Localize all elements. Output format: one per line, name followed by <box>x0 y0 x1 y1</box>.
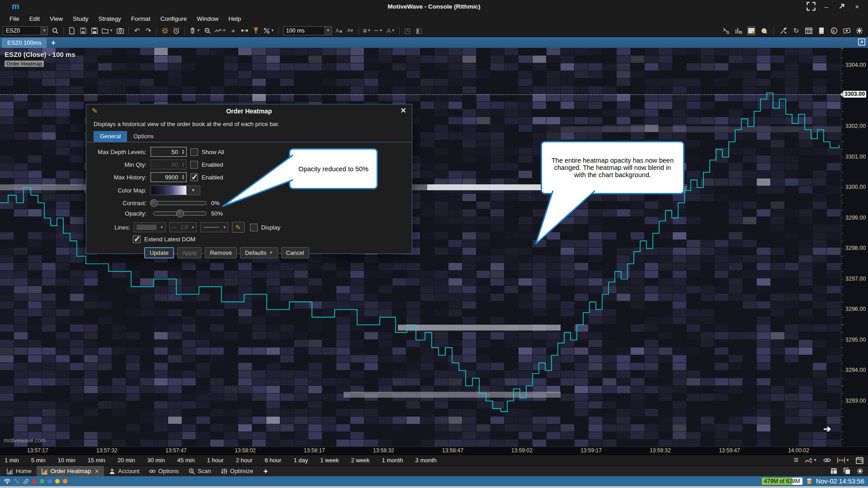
max-history-spinner[interactable]: 9900 ▲▼ <box>151 172 187 182</box>
menu-item[interactable]: Strategy <box>94 15 126 22</box>
chevron-down-icon[interactable]: ▼ <box>325 27 331 35</box>
timeframe-button[interactable]: 15 min <box>88 457 105 464</box>
shape-style-icon[interactable] <box>760 26 768 35</box>
screenshot-icon[interactable] <box>116 26 124 35</box>
menu-item[interactable]: File <box>5 15 24 22</box>
bar-width-icon[interactable]: ▼ <box>837 456 849 464</box>
display-checkbox[interactable] <box>250 224 258 231</box>
chart-area[interactable]: ESZ0 (Close) - 100 ms Order Heatmap moti… <box>0 48 868 446</box>
menu-item[interactable]: View <box>45 15 68 22</box>
add-page-button[interactable]: + <box>258 466 273 476</box>
menu-item[interactable]: Study <box>68 15 94 22</box>
defaults-button[interactable]: Defaults▼ <box>240 247 278 258</box>
dialog-close-icon[interactable]: ✕ <box>401 106 406 115</box>
pan-tool-icon[interactable]: ▼ <box>189 26 200 35</box>
edit-line-button[interactable]: ✎ <box>232 222 245 233</box>
save-all-icon[interactable] <box>90 26 99 35</box>
timeframe-button[interactable]: 5 min <box>31 457 46 464</box>
cash-icon[interactable] <box>843 26 851 35</box>
line-style-dropdown[interactable]: ▼ <box>200 222 228 232</box>
chevron-down-icon[interactable]: ▼ <box>187 185 200 195</box>
minimize-button[interactable]: – <box>822 2 831 11</box>
symbol-selector[interactable]: ESZ0 ▼ <box>3 26 48 35</box>
time-axis[interactable]: 13:57:1713:57:3213:57:4713:58:0213:58:17… <box>0 446 868 455</box>
visibility-eye-icon[interactable] <box>823 456 831 464</box>
timeframe-button[interactable]: 1 month <box>382 457 403 464</box>
color-map-swatch[interactable] <box>151 185 187 195</box>
new-chart-icon[interactable] <box>68 26 76 35</box>
line-color-dropdown[interactable]: ▼ <box>134 222 165 232</box>
tab-account[interactable]: Account <box>104 466 144 476</box>
save-icon[interactable] <box>79 26 87 35</box>
timeframe-button[interactable]: 1 day <box>293 457 308 464</box>
menu-item[interactable]: Configure <box>156 15 192 22</box>
max-history-enabled-checkbox[interactable] <box>190 174 198 181</box>
calendar-icon[interactable] <box>856 456 863 464</box>
ledger-icon[interactable] <box>817 26 826 35</box>
remove-button[interactable]: Remove <box>205 247 236 258</box>
show-all-checkbox[interactable] <box>190 148 198 156</box>
period-selector[interactable]: 100 ms ▼ <box>283 26 332 35</box>
time-sales-icon[interactable]: $ <box>830 26 838 35</box>
tab-options[interactable]: Options <box>127 131 160 142</box>
timeframe-button[interactable]: 1 week <box>320 457 339 464</box>
columns-icon[interactable] <box>805 26 813 35</box>
opacity-slider[interactable] <box>153 211 207 216</box>
marker-icon[interactable]: ◳ <box>404 26 412 35</box>
redo-icon[interactable]: ↷ <box>144 26 152 35</box>
trash-icon[interactable] <box>807 478 812 484</box>
auto-scale-icon[interactable] <box>252 26 260 35</box>
fullscreen-icon[interactable] <box>807 2 816 11</box>
tab-scan[interactable]: Scan <box>184 466 216 476</box>
study-badge[interactable]: Order Heatmap <box>5 61 44 67</box>
max-depth-spinner[interactable]: 50 ▲▼ <box>151 147 187 157</box>
opacity-slider-knob[interactable] <box>176 210 184 217</box>
timeframe-button[interactable]: 30 min <box>147 457 165 464</box>
reload-icon[interactable]: ↻ <box>792 26 800 35</box>
timeframe-button[interactable]: 45 min <box>177 457 195 464</box>
menu-item[interactable]: Edit <box>24 15 45 22</box>
font-color-icon[interactable]: A▼ <box>387 26 395 35</box>
contrast-slider-knob[interactable] <box>150 199 158 207</box>
tab-options[interactable]: Options <box>144 466 184 476</box>
chart-menu-icon[interactable]: ≡ <box>794 455 799 465</box>
line-width-icon[interactable]: ≡▼ <box>363 26 371 35</box>
copy-page-icon[interactable] <box>844 468 850 474</box>
restore-button[interactable] <box>837 2 846 11</box>
link-cursor-icon[interactable] <box>722 26 730 35</box>
chevron-down-icon[interactable]: ▼ <box>41 27 47 35</box>
studies-icon[interactable] <box>161 26 169 35</box>
timeframe-button[interactable]: 10 min <box>58 457 75 464</box>
layout-icon[interactable] <box>830 468 837 474</box>
search-icon[interactable] <box>51 26 59 35</box>
timeframe-button[interactable]: 6 hour <box>265 457 282 464</box>
link-charts-icon[interactable] <box>735 26 743 35</box>
timeframe-button[interactable]: 1 hour <box>207 457 224 464</box>
line-style-icon[interactable]: ┄▼ <box>374 26 383 35</box>
contrast-slider[interactable] <box>153 201 207 205</box>
add-chart-tab-button[interactable]: + <box>47 39 60 48</box>
alerts-icon[interactable] <box>172 26 180 35</box>
dialog-header[interactable]: ✎ Order Heatmap ✕ <box>86 104 412 118</box>
fill-color-icon[interactable]: ◧ <box>415 26 423 35</box>
tab-order-heatmap[interactable]: Order Heatmap ✕ <box>37 466 104 476</box>
font-decrease-icon[interactable]: A▾ <box>346 26 354 35</box>
tools-icon[interactable] <box>779 26 788 35</box>
undo-icon[interactable]: ↶ <box>133 26 141 35</box>
cancel-button[interactable]: Cancel <box>281 247 309 258</box>
drawing-tools-icon[interactable]: ▼ <box>215 26 226 35</box>
page-settings-gear-icon[interactable] <box>857 468 863 474</box>
jump-to-latest-button[interactable]: ➔ <box>820 423 835 435</box>
extend-dom-checkbox[interactable] <box>133 235 141 243</box>
timeframe-button[interactable]: 20 min <box>118 457 135 464</box>
menu-item[interactable]: Window <box>192 15 223 22</box>
apply-button[interactable]: Apply <box>177 247 202 258</box>
bar-spacing-icon[interactable] <box>241 26 249 35</box>
tab-general[interactable]: General <box>94 131 127 142</box>
timeframe-button[interactable]: 3 month <box>415 457 437 464</box>
spinner-arrows-icon[interactable]: ▲▼ <box>180 174 186 180</box>
open-workspace-icon[interactable]: ▼ <box>102 26 113 35</box>
menu-item[interactable]: Format <box>126 15 156 22</box>
price-axis[interactable]: 3304.003303.003302.003301.003300.003299.… <box>841 48 868 446</box>
detach-window-icon[interactable] <box>858 38 865 46</box>
